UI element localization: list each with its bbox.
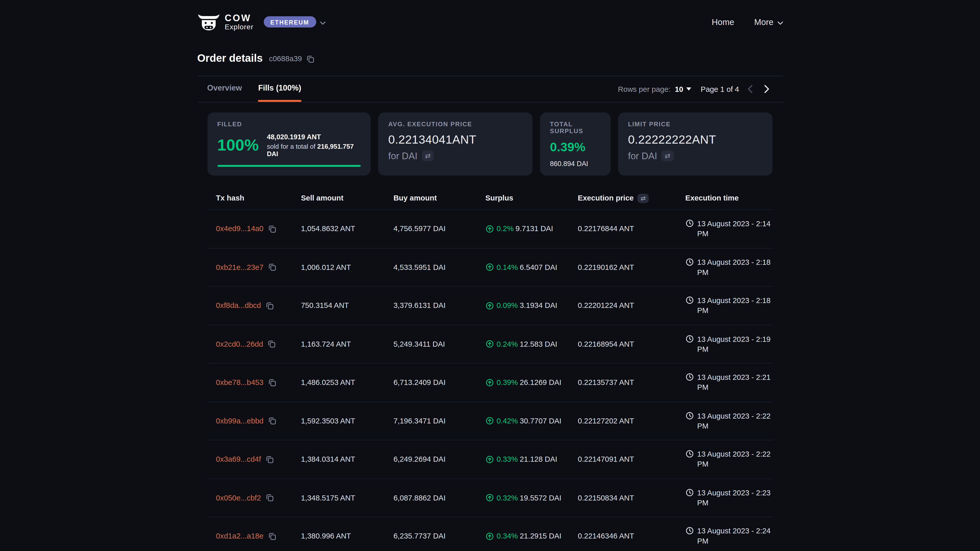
rows-per-page-select[interactable]: 10 <box>675 85 691 94</box>
copy-tx-icon[interactable] <box>268 263 276 272</box>
copy-tx-icon[interactable] <box>266 494 274 502</box>
buy-amount-cell: 6,249.2694 DAI <box>393 455 485 464</box>
execution-time-cell: 13 August 2023 - 2:18 PM <box>685 257 776 277</box>
tx-hash-link[interactable]: 0xbe78...b453 <box>216 378 263 387</box>
swap-price-icon[interactable]: ⇄ <box>638 193 649 203</box>
arrow-up-circle-icon <box>485 340 493 348</box>
avg-price-label: AVG. EXECUTION PRICE <box>388 121 522 127</box>
execution-price-cell: 0.22150834 ANT <box>578 493 685 502</box>
avg-execution-price-card: AVG. EXECUTION PRICE 0.22134041ANT for D… <box>378 113 532 176</box>
avg-price-for-text: for DAI <box>388 151 417 161</box>
execution-time-text: 13 August 2023 - 2:18 PM <box>697 257 776 277</box>
col-execution-price-label: Execution price <box>578 194 634 202</box>
surplus-cell: 0.09% 3.1934 DAI <box>485 301 578 310</box>
col-surplus: Surplus <box>485 194 578 202</box>
surplus-amount: 21.128 DAI <box>520 455 557 464</box>
buy-amount-cell: 7,196.3471 DAI <box>393 416 485 425</box>
next-page-button[interactable] <box>760 83 773 95</box>
tab-overview[interactable]: Overview <box>207 76 242 102</box>
surplus-amount: 9.7131 DAI <box>515 224 553 233</box>
surplus-cell: 0.2% 9.7131 DAI <box>485 224 578 233</box>
rows-per-page-value: 10 <box>675 85 683 94</box>
table-row: 0xb21e...23e7 1,006.012 ANT 4,533.5951 D… <box>207 248 773 287</box>
tx-hash-link[interactable]: 0x2cd0...26dd <box>216 340 263 348</box>
surplus-amount: 860.894 DAI <box>550 160 600 167</box>
copy-tx-icon[interactable] <box>266 455 274 464</box>
copy-tx-icon[interactable] <box>268 225 276 233</box>
surplus-amount: 12.583 DAI <box>520 340 557 348</box>
table-row: 0x3a69...cd4f 1,384.0314 ANT 6,249.2694 … <box>207 441 773 479</box>
tx-hash-link[interactable]: 0xb21e...23e7 <box>216 263 263 272</box>
swap-price-icon[interactable]: ⇄ <box>662 151 673 161</box>
surplus-amount: 3.1934 DAI <box>520 301 557 310</box>
nav-more-label: More <box>754 17 773 27</box>
execution-time-text: 13 August 2023 - 2:22 PM <box>697 449 776 469</box>
surplus-amount: 6.5407 DAI <box>520 263 557 272</box>
buy-amount-cell: 3,379.6131 DAI <box>393 301 485 310</box>
surplus-amount: 30.7707 DAI <box>520 416 561 425</box>
filled-label: FILLED <box>217 121 361 127</box>
buy-amount-cell: 6,087.8862 DAI <box>393 493 485 502</box>
arrow-up-circle-icon <box>485 302 493 310</box>
surplus-amount: 26.1269 DAI <box>520 378 561 387</box>
limit-price-label: LIMIT PRICE <box>628 121 763 127</box>
copy-order-id-icon[interactable] <box>306 55 314 63</box>
sell-amount-cell: 1,163.724 ANT <box>301 340 393 348</box>
execution-time-cell: 13 August 2023 - 2:18 PM <box>685 295 776 316</box>
execution-time-cell: 13 August 2023 - 2:21 PM <box>685 372 776 392</box>
tx-hash-link[interactable]: 0xb99a...ebbd <box>216 416 263 425</box>
tx-hash-cell: 0xf8da...dbcd <box>216 301 301 310</box>
filled-percent: 100% <box>217 135 259 155</box>
tx-hash-cell: 0x2cd0...26dd <box>216 340 301 348</box>
execution-price-cell: 0.22201224 ANT <box>578 301 685 310</box>
surplus-cell: 0.39% 26.1269 DAI <box>485 378 578 387</box>
tab-fills[interactable]: Fills (100%) <box>258 76 301 102</box>
execution-price-cell: 0.22147091 ANT <box>578 455 685 464</box>
prev-page-button[interactable] <box>743 83 756 95</box>
pagination-controls: Rows per page: 10 Page 1 of 4 <box>618 76 773 102</box>
nav-item-more[interactable]: More <box>754 17 783 27</box>
logo-name: COW <box>224 13 253 22</box>
nav-item-home[interactable]: Home <box>712 17 734 27</box>
col-buy-amount: Buy amount <box>393 194 485 202</box>
clock-icon <box>685 335 694 343</box>
sell-amount-cell: 1,054.8632 ANT <box>301 224 393 233</box>
tx-hash-link[interactable]: 0x4ed9...14a0 <box>216 224 263 233</box>
tx-hash-link[interactable]: 0x3a69...cd4f <box>216 455 261 464</box>
surplus-cell: 0.34% 21.2915 DAI <box>485 532 578 540</box>
tx-hash-link[interactable]: 0xd1a2...a18e <box>216 532 263 540</box>
execution-time-text: 13 August 2023 - 2:24 PM <box>697 526 776 546</box>
table-row: 0xb99a...ebbd 1,592.3503 ANT 7,196.3471 … <box>207 402 773 441</box>
surplus-percent: 0.32% <box>496 493 518 502</box>
copy-tx-icon[interactable] <box>266 302 274 310</box>
arrow-up-circle-icon <box>485 417 493 425</box>
avg-price-unit: for DAI ⇄ <box>388 151 522 161</box>
network-badge[interactable]: ETHEREUM <box>263 16 316 27</box>
surplus-percent: 0.2% <box>496 224 514 233</box>
copy-tx-icon[interactable] <box>268 417 276 425</box>
table-row: 0x4ed9...14a0 1,054.8632 ANT 4,756.5977 … <box>207 210 773 248</box>
table-row: 0x050e...cbf2 1,348.5175 ANT 6,087.8862 … <box>207 479 773 517</box>
page: COW Explorer ETHEREUM Home More <box>0 0 980 551</box>
execution-price-cell: 0.22168954 ANT <box>578 340 685 348</box>
cow-explorer-logo[interactable]: COW Explorer <box>197 13 253 31</box>
swap-price-icon[interactable]: ⇄ <box>422 151 434 161</box>
table-body: 0x4ed9...14a0 1,054.8632 ANT 4,756.5977 … <box>207 210 773 551</box>
copy-tx-icon[interactable] <box>268 532 276 540</box>
filled-content: 100% 48,020.1919 ANT sold for a total of… <box>217 133 361 158</box>
filled-amount: 48,020.1919 ANT <box>267 133 361 141</box>
buy-amount-cell: 5,249.3411 DAI <box>393 340 485 348</box>
execution-time-cell: 13 August 2023 - 2:22 PM <box>685 449 776 469</box>
limit-price-unit: for DAI ⇄ <box>628 151 763 161</box>
copy-tx-icon[interactable] <box>267 340 275 348</box>
tx-hash-link[interactable]: 0x050e...cbf2 <box>216 493 261 502</box>
execution-price-cell: 0.22135737 ANT <box>578 378 685 387</box>
copy-tx-icon[interactable] <box>268 378 276 386</box>
dropdown-triangle-icon <box>686 87 691 91</box>
total-surplus-card: TOTAL SURPLUS 0.39% 860.894 DAI <box>540 113 611 176</box>
limit-price-card: LIMIT PRICE 0.22222222ANT for DAI ⇄ <box>618 113 773 176</box>
network-selector[interactable]: ETHEREUM <box>263 16 325 27</box>
tx-hash-link[interactable]: 0xf8da...dbcd <box>216 301 261 310</box>
surplus-cell: 0.32% 19.5572 DAI <box>485 493 578 502</box>
clock-icon <box>685 373 694 381</box>
